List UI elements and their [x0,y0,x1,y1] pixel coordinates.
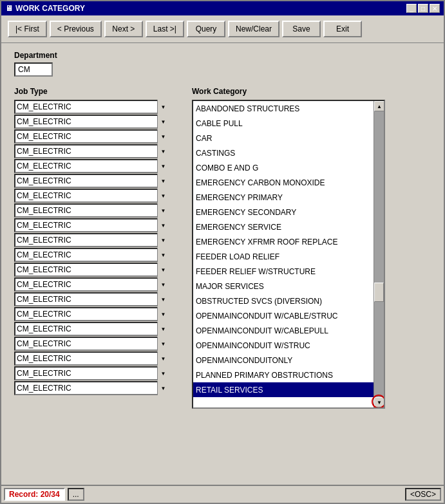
osc-text: <OSC> [410,490,436,499]
job-type-select[interactable]: CM_ELECTRIC [14,174,169,188]
work-category-item[interactable]: COMBO E AND G [193,160,374,175]
job-type-row: CM_ELECTRIC▼ [14,263,169,277]
job-type-row: CM_ELECTRIC▼ [14,277,169,292]
job-type-select[interactable]: CM_ELECTRIC [14,322,169,336]
job-type-select[interactable]: CM_ELECTRIC [14,263,169,277]
work-category-item[interactable]: CASTINGS [193,145,374,160]
work-category-item[interactable]: OPENMAINCONDUIT W/CABLE/STRUC [193,308,374,323]
job-type-row: CM_ELECTRIC▼ [14,189,169,203]
job-type-row: CM_ELECTRIC▼ [14,129,169,144]
scroll-down-indicator [372,395,385,409]
scroll-track [374,111,384,397]
exit-button[interactable]: Exit [323,21,362,37]
work-category-item[interactable]: CAR [193,131,374,145]
work-category-item[interactable]: OBSTRUCTED SVCS (DIVERSION) [193,294,374,308]
job-type-select[interactable]: CM_ELECTRIC [14,292,169,306]
job-type-column: Job Type CM_ELECTRIC▼CM_ELECTRIC▼CM_ELEC… [14,87,182,409]
job-type-select[interactable]: CM_ELECTRIC [14,248,169,262]
job-type-row: CM_ELECTRIC▼ [14,100,169,114]
window-title: WORK CATEGORY [15,4,85,13]
work-category-column: Work Category ABANDONED STRUCTURESCABLE … [192,87,431,409]
job-type-row: CM_ELECTRIC▼ [14,159,169,173]
work-category-item[interactable]: FEEDER LOAD RELIEF [193,249,374,264]
job-type-select[interactable]: CM_ELECTRIC [14,381,169,395]
job-type-row: CM_ELECTRIC▼ [14,322,169,336]
job-type-row: CM_ELECTRIC▼ [14,381,169,395]
content-area: Department Job Type CM_ELECTRIC▼CM_ELECT… [1,43,444,485]
job-type-select[interactable]: CM_ELECTRIC [14,337,169,351]
work-category-item[interactable]: ABANDONED STRUCTURES [193,101,374,116]
work-category-item[interactable]: OPENMAINCONDUITONLY [193,353,374,368]
work-category-item[interactable]: OPENMAINCONDUIT W/STRUC [193,338,374,353]
minimize-button[interactable]: _ [406,4,417,13]
job-type-row: CM_ELECTRIC▼ [14,337,169,351]
job-type-select[interactable]: CM_ELECTRIC [14,189,169,203]
new-clear-button[interactable]: New/Clear [228,21,279,37]
job-type-select[interactable]: CM_ELECTRIC [14,218,169,232]
job-type-row: CM_ELECTRIC▼ [14,203,169,218]
scroll-thumb[interactable] [374,283,384,302]
title-bar-title: 🖥 WORK CATEGORY [5,4,85,13]
dots-text: ... [73,490,79,499]
job-type-select[interactable]: CM_ELECTRIC [14,144,169,158]
work-category-item[interactable]: MAJOR SERVICES [193,279,374,294]
work-category-item[interactable]: RETAIL SERVICES [193,382,374,397]
job-type-row: CM_ELECTRIC▼ [14,248,169,262]
work-category-item[interactable]: FEEDER RELIEF W/STRUCTURE [193,264,374,279]
status-dots: ... [68,488,84,501]
work-category-item[interactable]: EMERGENCY SERVICE [193,219,374,234]
scroll-down-button[interactable]: ▼ [374,397,384,407]
title-bar-controls: _ □ ✕ [406,4,440,13]
last-button[interactable]: Last >| [146,21,184,37]
work-category-item[interactable]: CABLE PULL [193,116,374,131]
work-category-list-wrapper: ABANDONED STRUCTURESCABLE PULLCARCASTING… [192,100,385,409]
work-category-item[interactable]: EMERGENCY CARBON MONOXIDE [193,175,374,190]
record-status: Record: 20/34 [4,488,65,501]
next-button[interactable]: Next > [104,21,143,37]
status-bar: Record: 20/34 ... <OSC> [1,485,444,503]
work-category-item[interactable]: EMERGENCY PRIMARY [193,190,374,205]
department-section: Department [14,51,431,77]
maximize-button[interactable]: □ [418,4,428,13]
scrollbar[interactable]: ▲ ▼ [374,101,384,407]
work-category-item[interactable]: PLANNED PRIMARY OBSTRUCTIONS [193,368,374,382]
close-button[interactable]: ✕ [430,4,440,13]
work-category-item[interactable]: OPENMAINCONDUIT W/CABLEPULL [193,323,374,338]
job-type-select[interactable]: CM_ELECTRIC [14,366,169,380]
job-type-select[interactable]: CM_ELECTRIC [14,100,169,114]
job-type-select[interactable]: CM_ELECTRIC [14,129,169,144]
job-type-row: CM_ELECTRIC▼ [14,292,169,306]
job-type-select[interactable]: CM_ELECTRIC [14,351,169,366]
job-type-select[interactable]: CM_ELECTRIC [14,203,169,218]
job-type-select[interactable]: CM_ELECTRIC [14,159,169,173]
job-type-list: CM_ELECTRIC▼CM_ELECTRIC▼CM_ELECTRIC▼CM_E… [14,100,182,395]
columns-section: Job Type CM_ELECTRIC▼CM_ELECTRIC▼CM_ELEC… [14,87,431,409]
job-type-row: CM_ELECTRIC▼ [14,144,169,158]
job-type-row: CM_ELECTRIC▼ [14,115,169,129]
job-type-row: CM_ELECTRIC▼ [14,233,169,247]
job-type-select[interactable]: CM_ELECTRIC [14,115,169,129]
department-label: Department [14,51,431,60]
work-category-header: Work Category [192,87,431,96]
job-type-select[interactable]: CM_ELECTRIC [14,277,169,292]
work-category-item[interactable]: EMERGENCY XFRMR ROOF REPLACE [193,234,374,249]
record-text: Record: 20/34 [9,490,60,499]
work-category-list: ABANDONED STRUCTURESCABLE PULLCARCASTING… [193,101,374,407]
job-type-row: CM_ELECTRIC▼ [14,174,169,188]
job-type-select[interactable]: CM_ELECTRIC [14,233,169,247]
department-input[interactable] [14,62,53,77]
job-type-row: CM_ELECTRIC▼ [14,351,169,366]
status-osc: <OSC> [405,488,441,501]
job-type-row: CM_ELECTRIC▼ [14,218,169,232]
first-button[interactable]: |< First [8,21,47,37]
query-button[interactable]: Query [187,21,225,37]
job-type-header: Job Type [14,87,182,96]
scroll-up-button[interactable]: ▲ [374,101,384,111]
save-button[interactable]: Save [282,21,321,37]
window-icon: 🖥 [5,4,13,13]
job-type-select[interactable]: CM_ELECTRIC [14,307,169,321]
work-category-item[interactable]: EMERGENCY SECONDARY [193,205,374,219]
title-bar: 🖥 WORK CATEGORY _ □ ✕ [1,1,444,15]
previous-button[interactable]: < Previous [50,21,102,37]
job-type-row: CM_ELECTRIC▼ [14,366,169,380]
